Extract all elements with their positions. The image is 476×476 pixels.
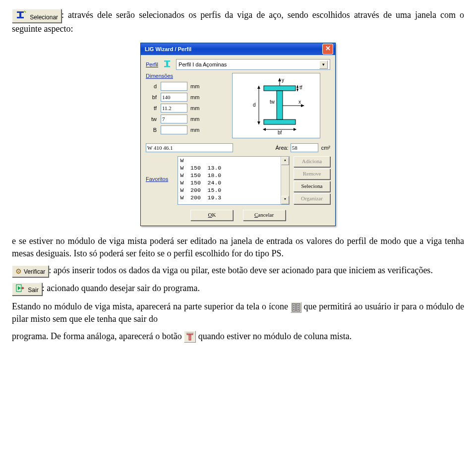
perfil-dialog: LIG Wizard / Perfil ✕ Perfil Perfil I da… (140, 43, 336, 226)
svg-rect-8 (264, 119, 296, 124)
list-item[interactable]: W 150 24.0 (178, 179, 289, 186)
ok-label-rest: K (212, 212, 216, 218)
dim-row-tw: tw mm (146, 115, 225, 123)
cancel-label-rest: ancelar (258, 212, 274, 218)
list-item[interactable]: W 200 19.3 (178, 194, 289, 201)
svg-point-34 (298, 309, 298, 310)
dim-label[interactable]: Dimensões (146, 73, 173, 79)
list-item[interactable]: W (178, 157, 289, 164)
svg-point-31 (293, 309, 294, 310)
svg-marker-16 (257, 121, 260, 124)
exit-icon (15, 287, 26, 294)
label-d: d (253, 102, 256, 108)
designation-input[interactable] (146, 143, 233, 152)
verificar-button[interactable]: ⚙Verificar (12, 265, 49, 278)
dim-row-tf: tf mm (146, 104, 225, 113)
area-unit: cm² (321, 145, 330, 151)
svg-marker-13 (301, 104, 304, 107)
label-tf: tf (299, 85, 302, 90)
tw-input[interactable] (161, 115, 187, 123)
dim-row-d: d mm (146, 82, 225, 91)
svg-marker-24 (18, 286, 21, 290)
svg-rect-7 (264, 86, 296, 91)
d-input[interactable] (161, 82, 187, 91)
seleciona-button[interactable]: Seleciona (294, 181, 330, 192)
svg-point-29 (293, 305, 294, 306)
svg-marker-11 (278, 78, 281, 81)
close-icon[interactable]: ✕ (322, 44, 333, 55)
paragraph-selecionar: Selecionar : através dele serão selecion… (12, 9, 464, 35)
bf-input[interactable] (161, 93, 187, 102)
list-item[interactable]: W 150 13.0 (178, 164, 289, 172)
titlebar: LIG Wizard / Perfil ✕ (141, 43, 335, 55)
sair-label: Sair (28, 287, 38, 294)
svg-point-32 (298, 305, 298, 306)
text: : através dele serão selecionados os per… (12, 10, 464, 34)
i-beam-icon (15, 14, 28, 21)
svg-marker-19 (297, 89, 298, 92)
svg-marker-22 (294, 128, 297, 131)
section-diagram: y x d tw tf (232, 73, 320, 138)
dim-row-bf: bf mm (146, 93, 225, 102)
B-input[interactable] (161, 125, 187, 134)
scroll-up-icon[interactable]: ▴ (281, 157, 289, 165)
dialog-title: LIG Wizard / Perfil (145, 46, 191, 52)
perfil-label[interactable]: Perfil (146, 61, 158, 67)
list-item[interactable]: W 200 15.0 (178, 186, 289, 194)
svg-marker-26 (22, 287, 24, 290)
svg-point-33 (298, 307, 298, 308)
text: : acionado quando desejar sair do progra… (42, 283, 200, 293)
paragraph-verificar: ⚙Verificar : após inserir todos os dados… (12, 264, 464, 277)
svg-rect-6 (166, 61, 168, 66)
text: : após inserir todos os dados da viga ou… (49, 265, 433, 275)
coluna-module-icon[interactable] (184, 331, 196, 343)
i-beam-icon (163, 60, 172, 69)
sair-button[interactable]: Sair (12, 283, 42, 296)
tf-input[interactable] (161, 104, 187, 113)
remove-button[interactable]: Remove (294, 169, 330, 179)
selecionar-button[interactable]: Selecionar (12, 9, 61, 23)
paragraph-mixed-beam: e se estiver no módulo de viga mista pod… (12, 235, 464, 259)
perfil-combo-text: Perfil I da Açominas (178, 61, 319, 67)
ok-button[interactable]: OK (190, 210, 233, 221)
label-bf: bf (278, 130, 282, 135)
paragraph-icon-coluna: programa. De forma análoga, aparecerá o … (12, 330, 464, 343)
svg-rect-9 (277, 91, 283, 119)
svg-marker-15 (257, 86, 260, 89)
label-y: y (282, 77, 284, 83)
verificar-label: Verificar (24, 268, 45, 275)
gear-icon: ⚙ (15, 267, 22, 275)
dim-row-B: B mm (146, 125, 225, 134)
selecionar-label: Selecionar (30, 14, 58, 21)
perfil-combo[interactable]: Perfil I da Açominas ▾ (176, 59, 330, 70)
text: quando estiver no módulo de coluna mista… (198, 331, 352, 341)
text: Estando no módulo de viga mista, aparece… (12, 301, 291, 311)
svg-point-30 (293, 307, 294, 308)
favoritos-listbox[interactable]: W W 150 13.0 W 150 18.0 W 150 24.0 W 200… (178, 156, 290, 205)
svg-marker-21 (263, 128, 266, 131)
paragraph-sair: Sair : acionado quando desejar sair do p… (12, 282, 464, 296)
svg-line-3 (24, 11, 26, 12)
favoritos-label[interactable]: Favoritos (146, 176, 168, 182)
svg-rect-2 (19, 12, 21, 17)
chevron-down-icon[interactable]: ▾ (319, 60, 328, 69)
list-item[interactable]: W 150 18.0 (178, 172, 289, 179)
area-input[interactable] (291, 143, 318, 152)
scrollbar[interactable]: ▴ ▾ (281, 157, 289, 204)
label-tw: tw (270, 99, 275, 105)
svg-marker-18 (297, 85, 298, 88)
scroll-down-icon[interactable]: ▾ (281, 196, 289, 204)
organizar-button[interactable]: Organizar (294, 193, 330, 204)
text: programa. De forma análoga, aparecerá o … (12, 331, 184, 341)
paragraph-icon-pilar: Estando no módulo de viga mista, aparece… (12, 300, 464, 325)
label-x: x (298, 99, 301, 105)
cancelar-button[interactable]: Cancelar (243, 210, 286, 221)
adiciona-button[interactable]: Adiciona (294, 156, 330, 167)
svg-rect-36 (189, 335, 191, 340)
area-label: Área: (275, 145, 288, 151)
pilar-module-icon[interactable] (291, 302, 301, 313)
svg-rect-37 (186, 332, 194, 334)
